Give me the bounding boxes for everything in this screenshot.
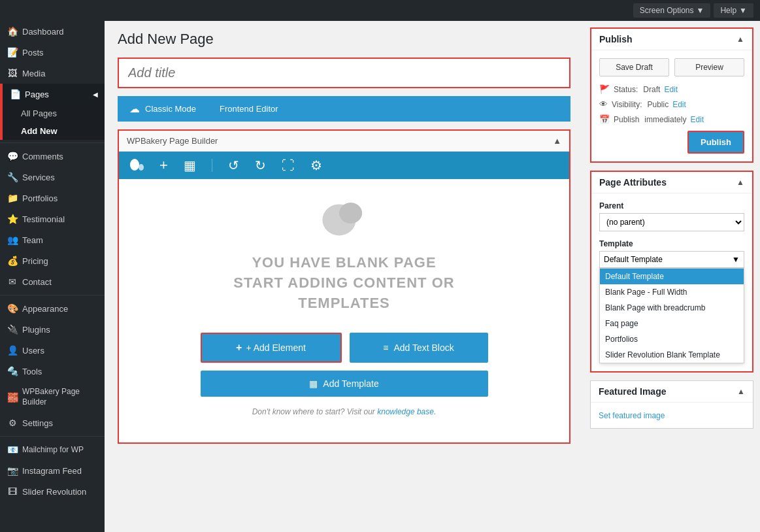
save-draft-button[interactable]: Save Draft	[599, 58, 669, 76]
sidebar-item-appearance[interactable]: 🎨 Appearance	[0, 298, 105, 319]
sidebar-item-comments[interactable]: 💬 Comments	[0, 146, 105, 167]
wpbakery-header[interactable]: WPBakery Page Builder ▲	[119, 131, 569, 152]
sidebar-item-pages[interactable]: 📄 Pages ◀	[0, 84, 105, 105]
sidebar-item-media[interactable]: 🖼 Media	[0, 63, 105, 84]
page-title: Add New Page	[118, 31, 570, 48]
portfolios-icon: 📁	[7, 193, 18, 203]
wpbakery-wrap: WPBakery Page Builder ▲ + ▦ ↺	[118, 129, 570, 444]
dashboard-icon: 🏠	[7, 26, 18, 37]
sidebar-item-tools[interactable]: 🔩 Tools	[0, 361, 105, 382]
sidebar-item-plugins[interactable]: 🔌 Plugins	[0, 319, 105, 340]
preview-button[interactable]: Preview	[674, 58, 744, 76]
sidebar-item-mailchimp[interactable]: 📧 Mailchimp for WP	[0, 439, 105, 460]
sidebar-item-wpbakery[interactable]: 🧱 WPBakery Page Builder	[0, 382, 105, 412]
team-icon: 👥	[7, 235, 18, 245]
sidebar-subitem-add-new[interactable]: Add New	[0, 122, 105, 140]
featured-image-header[interactable]: Featured Image ▲	[591, 381, 753, 403]
sidebar-item-testimonial[interactable]: ⭐ Testimonial	[0, 208, 105, 229]
sidebar-item-settings[interactable]: ⚙ Settings	[0, 412, 105, 433]
classic-mode-icon: ☁	[129, 103, 140, 115]
sidebar-subitem-all-pages[interactable]: All Pages	[0, 105, 105, 122]
text-block-icon: ≡	[383, 342, 388, 353]
set-featured-image-link[interactable]: Set featured image	[599, 411, 665, 420]
sidebar-item-pricing[interactable]: 💰 Pricing	[0, 250, 105, 271]
page-attributes-metabox: Page Attributes ▲ Parent (no parent) Tem…	[590, 171, 753, 373]
sidebar-divider3	[0, 436, 105, 437]
page-attributes-body: Parent (no parent) Template Default Temp…	[591, 193, 752, 371]
wpbakery-toolbar: + ▦ ↺ ↻ ⛶ ⚙	[119, 152, 569, 179]
instagram-icon: 📷	[7, 465, 18, 476]
sidebar-item-contact[interactable]: ✉ Contact	[0, 271, 105, 292]
wpb-grid-btn[interactable]: ▦	[181, 158, 199, 173]
sidebar-item-team[interactable]: 👥 Team	[0, 229, 105, 250]
testimonial-icon: ⭐	[7, 214, 18, 224]
media-icon: 🖼	[7, 68, 18, 78]
users-icon: 👤	[7, 345, 18, 356]
frontend-editor-button[interactable]: Frontend Editor	[208, 97, 290, 120]
wpb-fullscreen-btn[interactable]: ⛶	[279, 158, 297, 173]
template-option-blank-full[interactable]: Blank Page - Full Width	[600, 284, 744, 300]
add-element-plus-icon: +	[236, 342, 242, 354]
blank-page-icon	[318, 199, 371, 240]
template-select-wrap: Default Template ▼ Default Template Blan…	[599, 251, 744, 363]
sidebar-item-services[interactable]: 🔧 Services	[0, 167, 105, 188]
sidebar-divider	[0, 142, 105, 143]
template-option-default[interactable]: Default Template	[600, 269, 744, 284]
chevron-down-icon: ▼	[739, 6, 747, 15]
parent-select[interactable]: (no parent)	[599, 213, 744, 231]
template-option-slider[interactable]: Slider Revolution Blank Template	[600, 347, 744, 363]
publish-button[interactable]: Publish	[687, 131, 744, 154]
publish-collapse-icon: ▲	[736, 35, 744, 44]
publish-action-row: Save Draft Preview	[599, 58, 744, 76]
svg-point-0	[130, 159, 139, 171]
wpb-redo-btn[interactable]: ↻	[252, 158, 269, 173]
right-sidebar: Publish ▲ Save Draft Preview 🚩 Status: D…	[584, 21, 760, 532]
knowledge-base-link[interactable]: knowledge base.	[377, 407, 436, 416]
template-option-faq[interactable]: Faq page	[600, 316, 744, 331]
wpb-settings-btn[interactable]: ⚙	[308, 158, 325, 173]
add-text-block-button[interactable]: ≡ Add Text Block	[350, 333, 488, 363]
plugins-icon: 🔌	[7, 324, 18, 335]
template-option-blank-breadcrumb[interactable]: Blank Page with breadcrumb	[600, 300, 744, 316]
wpbakery-icon: 🧱	[7, 391, 18, 403]
visibility-edit-link[interactable]: Edit	[672, 100, 686, 109]
publish-date-edit-link[interactable]: Edit	[690, 115, 704, 124]
tools-icon: 🔩	[7, 366, 18, 376]
collapse-arrow-icon: ▲	[553, 136, 561, 146]
pages-icon: 📄	[9, 89, 21, 99]
status-row: 🚩 Status: Draft Edit	[599, 84, 744, 94]
wpbakery-canvas: YOU HAVE BLANK PAGE START ADDING CONTENT…	[119, 179, 569, 442]
pricing-icon: 💰	[7, 256, 18, 266]
sidebar-item-instagram[interactable]: 📷 Instagram Feed	[0, 460, 105, 481]
blank-page-text: YOU HAVE BLANK PAGE START ADDING CONTENT…	[233, 253, 454, 313]
status-edit-link[interactable]: Edit	[664, 85, 678, 94]
publish-metabox: Publish ▲ Save Draft Preview 🚩 Status: D…	[590, 27, 753, 163]
sidebar: 🏠 Dashboard 📝 Posts 🖼 Media 📄 Pages ◀ Al…	[0, 21, 105, 532]
publish-metabox-body: Save Draft Preview 🚩 Status: Draft Edit …	[591, 50, 752, 161]
sidebar-item-portfolios[interactable]: 📁 Portfolios	[0, 188, 105, 208]
sidebar-item-slider-revolution[interactable]: 🎞 Slider Revolution	[0, 481, 105, 502]
sidebar-item-posts[interactable]: 📝 Posts	[0, 42, 105, 63]
sidebar-item-users[interactable]: 👤 Users	[0, 340, 105, 361]
svg-point-1	[139, 164, 144, 171]
publish-metabox-header[interactable]: Publish ▲	[591, 29, 752, 50]
wpb-plus-btn[interactable]: +	[157, 157, 171, 174]
page-title-input[interactable]	[119, 59, 569, 87]
template-icon: ▦	[309, 378, 318, 389]
calendar-icon: 📅	[599, 114, 610, 124]
help-button[interactable]: Help ▼	[714, 3, 753, 18]
template-option-portfolios[interactable]: Portfolios	[600, 331, 744, 347]
classic-mode-button[interactable]: ☁ Classic Mode	[118, 96, 208, 122]
knowledge-base-text: Don't know where to start? Visit our kno…	[252, 407, 437, 416]
visibility-icon: 👁	[599, 99, 608, 109]
add-template-button[interactable]: ▦ Add Template	[201, 371, 488, 397]
page-attributes-header[interactable]: Page Attributes ▲	[591, 172, 752, 193]
sidebar-item-dashboard[interactable]: 🏠 Dashboard	[0, 21, 105, 42]
add-element-button[interactable]: + + Add Element	[201, 333, 342, 363]
wpb-undo-btn[interactable]: ↺	[225, 158, 242, 173]
featured-image-metabox: Featured Image ▲ Set featured image	[590, 380, 753, 429]
wpb-add-element-icon-btn[interactable]	[127, 158, 146, 174]
contact-icon: ✉	[7, 276, 18, 287]
template-select-box[interactable]: Default Template ▼	[599, 251, 744, 268]
screen-options-button[interactable]: Screen Options ▼	[633, 3, 711, 18]
